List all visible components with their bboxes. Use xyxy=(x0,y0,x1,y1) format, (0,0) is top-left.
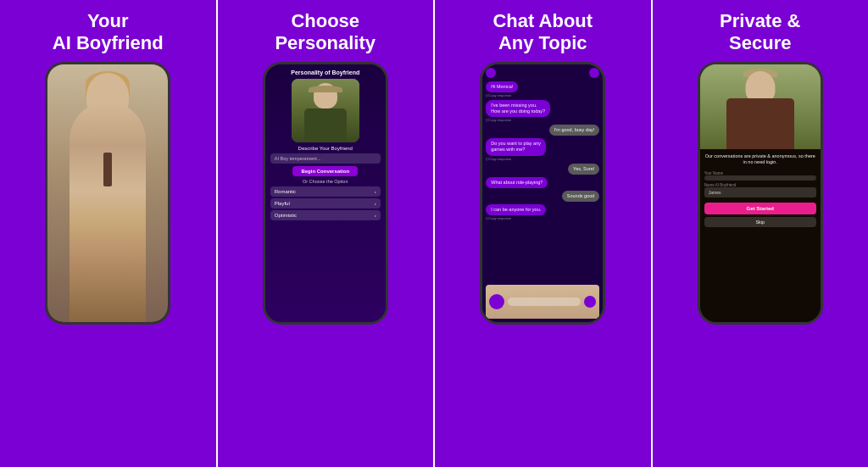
msg-yes-sure: Yes, Sure! xyxy=(568,164,599,175)
panel1-phone-wrapper xyxy=(0,62,216,467)
option-romantic-arrow: › xyxy=(375,189,376,194)
panel4-title: Private &Secure xyxy=(711,0,809,62)
name-of-bf-input[interactable]: James xyxy=(704,187,816,197)
private-description: Our conversations are private & anonymou… xyxy=(704,153,816,166)
option-playful-label: Playful xyxy=(275,201,290,206)
panel2-phone: Personality of Boyfriend Describe Your B… xyxy=(263,62,388,325)
settings-icon[interactable] xyxy=(486,68,496,78)
skip-button[interactable]: Skip xyxy=(704,217,816,227)
panel3-phone-wrapper: Hi Monica! ⎙ Copy response I've been mis… xyxy=(435,62,651,467)
describe-label: Describe Your Boyfriend xyxy=(298,146,353,151)
man-photo-2 xyxy=(292,79,359,142)
private-overlay: Our conversations are private & anonymou… xyxy=(700,149,821,322)
panel-ai-boyfriend: YourAI Boyfriend xyxy=(0,0,216,467)
message-input-bar[interactable] xyxy=(508,297,581,306)
begin-conversation-button[interactable]: Begin Conversation xyxy=(292,166,358,176)
chat-messages: Hi Monica! ⎙ Copy response I've been mis… xyxy=(486,81,599,283)
man-silhouette xyxy=(70,102,146,322)
send-button[interactable] xyxy=(584,296,596,308)
msg-role-playing: What about role-playing? xyxy=(486,177,548,188)
option-optimistic-arrow: › xyxy=(375,213,376,218)
panel4-phone-wrapper: Our conversations are private & anonymou… xyxy=(653,62,869,467)
panel-chat: Chat AboutAny Topic Hi Monica! ⎙ Copy re… xyxy=(433,0,651,467)
personality-screen: Personality of Boyfriend Describe Your B… xyxy=(265,64,386,322)
personality-screen-title: Personality of Boyfriend xyxy=(291,69,359,75)
private-man-body xyxy=(726,98,794,149)
option-romantic-label: Romantic xyxy=(275,189,296,194)
copy-response-3[interactable]: ⎙ Copy response xyxy=(486,157,599,161)
panel1-phone xyxy=(45,62,170,325)
panel2-phone-wrapper: Personality of Boyfriend Describe Your B… xyxy=(218,62,434,467)
option-playful-arrow: › xyxy=(375,201,376,206)
private-man-image xyxy=(700,64,821,149)
share-icon[interactable] xyxy=(589,68,599,78)
msg-missing-you: I've been missing you.How are you doing … xyxy=(486,100,550,117)
msg-anyone: I can be anyone for you. xyxy=(486,204,546,215)
panel2-title: ChoosePersonality xyxy=(266,0,384,62)
panel-private: Private &Secure Our conversations are pr… xyxy=(651,0,869,467)
msg-sounds-good: Sounds good xyxy=(562,191,599,202)
option-optimistic-label: Optimistic xyxy=(275,213,297,218)
chat-header xyxy=(486,68,599,78)
or-choose-label: Or Choose the Option xyxy=(303,179,348,184)
private-screen: Our conversations are private & anonymou… xyxy=(700,64,821,322)
panel3-phone: Hi Monica! ⎙ Copy response I've been mis… xyxy=(480,62,605,325)
chat-screen: Hi Monica! ⎙ Copy response I've been mis… xyxy=(482,64,603,322)
panel-choose-personality: ChoosePersonality Personality of Boyfrie… xyxy=(216,0,434,467)
panel1-man-image xyxy=(47,64,168,322)
copy-response-4[interactable]: ⎙ Copy response xyxy=(486,216,599,220)
panel1-title: YourAI Boyfriend xyxy=(44,0,172,62)
option-optimistic[interactable]: Optimistic › xyxy=(270,210,381,220)
msg-play-games: Do you want to play anygames with me? xyxy=(486,138,546,155)
copy-response-2[interactable]: ⎙ Copy response xyxy=(486,118,599,122)
get-started-button[interactable]: Get Started xyxy=(704,203,816,214)
temperament-input[interactable]: AI Boy temperament... xyxy=(270,153,381,164)
panel3-title: Chat AboutAny Topic xyxy=(484,0,601,62)
option-romantic[interactable]: Romantic › xyxy=(270,186,381,197)
man2-body xyxy=(304,108,347,142)
your-name-input[interactable] xyxy=(704,175,816,181)
option-playful[interactable]: Playful › xyxy=(270,198,381,208)
msg-hi-monica: Hi Monica! xyxy=(486,81,518,92)
chat-avatar xyxy=(489,294,504,309)
copy-response-1[interactable]: ⎙ Copy response xyxy=(486,93,599,97)
panel4-phone: Our conversations are private & anonymou… xyxy=(698,62,823,325)
msg-good-busy: I'm good, busy day! xyxy=(549,125,600,136)
chat-bottom-image xyxy=(486,285,599,319)
